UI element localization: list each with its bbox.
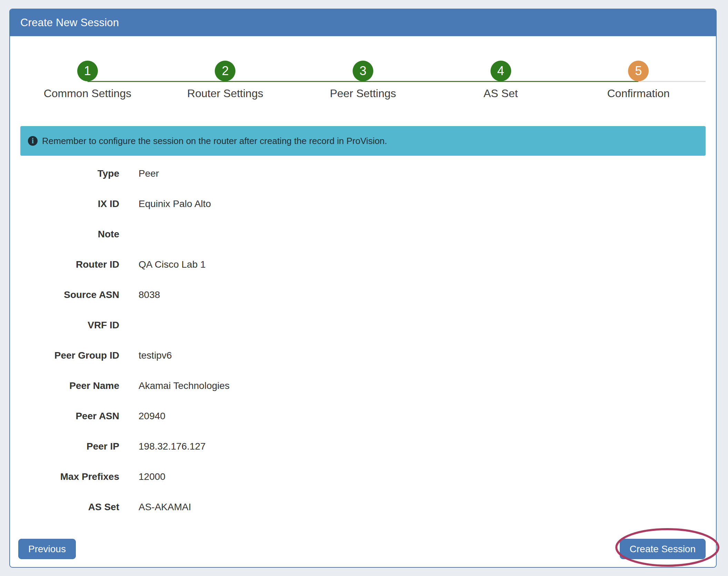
wizard-footer: Previous Create Session	[10, 539, 716, 559]
info-circle-icon: i	[28, 136, 38, 146]
summary-row-peer-name: Peer Name Akamai Technologies	[10, 371, 716, 401]
step-4-label: AS Set	[484, 87, 518, 100]
summary-row-peer-group-id: Peer Group ID testipv6	[10, 340, 716, 371]
summary-row-type: Type Peer	[10, 158, 716, 189]
field-value: 12000	[139, 471, 165, 482]
info-banner-text: Remember to configure the session on the…	[42, 136, 387, 146]
page: { "window": { "title": "Create New Sessi…	[0, 0, 728, 576]
summary-row-peer-asn: Peer ASN 20940	[10, 401, 716, 431]
field-value: AS-AKAMAI	[139, 502, 191, 513]
field-label: Router ID	[10, 259, 119, 270]
step-4-circle: 4	[491, 61, 511, 81]
field-label: Source ASN	[10, 289, 119, 300]
field-value: 20940	[139, 411, 165, 422]
field-label: Peer ASN	[10, 411, 119, 422]
session-summary: Type Peer IX ID Equinix Palo Alto Note R…	[10, 158, 716, 522]
field-value: 8038	[139, 289, 160, 300]
field-label: Peer Name	[10, 380, 119, 391]
summary-row-max-prefixes: Max Prefixes 12000	[10, 462, 716, 492]
field-label: AS Set	[10, 502, 119, 513]
step-2-label: Router Settings	[187, 87, 263, 100]
field-value: Akamai Technologies	[139, 380, 230, 391]
field-value: Equinix Palo Alto	[139, 198, 211, 209]
summary-row-vrf-id: VRF ID	[10, 310, 716, 340]
summary-row-router-id: Router ID QA Cisco Lab 1	[10, 249, 716, 280]
step-2-circle: 2	[215, 61, 235, 81]
previous-button[interactable]: Previous	[18, 539, 76, 559]
step-peer-settings[interactable]: 3 Peer Settings	[294, 61, 432, 100]
summary-row-note: Note	[10, 219, 716, 249]
field-label: Note	[10, 229, 119, 240]
create-session-panel: Create New Session 1 Common Settings 2 R…	[9, 9, 717, 568]
field-value: testipv6	[139, 350, 172, 361]
panel-header: Create New Session	[10, 9, 716, 36]
wizard-stepper: 1 Common Settings 2 Router Settings 3 Pe…	[10, 36, 716, 100]
info-banner: i Remember to configure the session on t…	[20, 126, 706, 156]
step-as-set[interactable]: 4 AS Set	[432, 61, 570, 100]
summary-row-as-set: AS Set AS-AKAMAI	[10, 492, 716, 522]
step-router-settings[interactable]: 2 Router Settings	[156, 61, 294, 100]
step-3-label: Peer Settings	[330, 87, 396, 100]
field-value: Peer	[139, 168, 159, 179]
summary-row-source-asn: Source ASN 8038	[10, 280, 716, 310]
summary-row-ix-id: IX ID Equinix Palo Alto	[10, 189, 716, 219]
step-common-settings[interactable]: 1 Common Settings	[19, 61, 156, 100]
create-session-button[interactable]: Create Session	[620, 539, 706, 559]
step-1-circle: 1	[77, 61, 98, 81]
field-label: IX ID	[10, 198, 119, 209]
summary-row-peer-ip: Peer IP 198.32.176.127	[10, 431, 716, 462]
step-5-circle: 5	[628, 61, 649, 81]
field-value: 198.32.176.127	[139, 441, 206, 452]
field-label: Peer Group ID	[10, 350, 119, 361]
step-3-circle: 3	[353, 61, 373, 81]
page-title: Create New Session	[20, 17, 119, 29]
field-value: QA Cisco Lab 1	[139, 259, 206, 270]
field-label: Max Prefixes	[10, 471, 119, 482]
field-label: Type	[10, 168, 119, 179]
step-5-label: Confirmation	[607, 87, 669, 100]
field-label: Peer IP	[10, 441, 119, 452]
field-label: VRF ID	[10, 320, 119, 331]
step-confirmation[interactable]: 5 Confirmation	[569, 61, 707, 100]
step-1-label: Common Settings	[44, 87, 131, 100]
